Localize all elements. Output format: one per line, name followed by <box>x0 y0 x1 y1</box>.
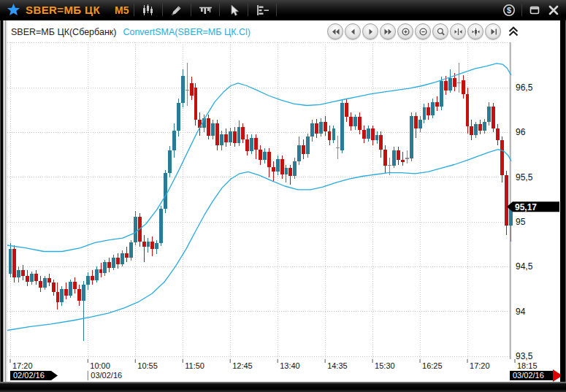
collapse-panel-button[interactable] <box>508 26 519 37</box>
candle <box>470 126 473 135</box>
candle <box>164 173 167 209</box>
nav-zoom-window-button[interactable] <box>432 23 448 39</box>
pencil-icon[interactable] <box>168 3 186 18</box>
candle <box>288 168 292 176</box>
candle <box>259 150 262 161</box>
nav-scroll-fast-right-button[interactable] <box>380 23 396 39</box>
compress-scale-icon <box>454 28 462 36</box>
candle <box>332 128 336 140</box>
x-axis-labels: 17:2010:0010:5511:5012:4513:4014:3515:30… <box>10 359 538 370</box>
date-tag-right-label: 03/02/16 <box>513 371 544 380</box>
nav-zoom-in-button[interactable] <box>397 23 413 39</box>
y-axis-label: 94 <box>516 307 526 317</box>
candle <box>324 122 327 131</box>
candle <box>440 81 443 106</box>
candle <box>229 131 232 142</box>
nav-scroll-left-button[interactable] <box>345 23 361 39</box>
candle <box>215 123 219 145</box>
candle <box>103 262 107 273</box>
nav-compress-candles-button[interactable] <box>467 23 483 39</box>
candle <box>254 138 258 150</box>
last-price-tag: 95,17 <box>507 201 559 212</box>
candle <box>125 253 129 258</box>
candle <box>371 128 375 140</box>
candle <box>453 78 456 87</box>
y-axis-label: 94,5 <box>516 261 533 272</box>
levels-icon[interactable] <box>253 3 271 18</box>
toolbar-separator <box>248 4 248 16</box>
candle <box>43 278 47 287</box>
date-tag-left-label: 02/02/16 <box>13 371 45 380</box>
candle <box>272 167 275 172</box>
x-axis-label: 12:45 <box>232 361 253 370</box>
nav-scroll-right-button[interactable] <box>362 23 378 39</box>
candle <box>487 107 491 122</box>
price-tag-label: 95,17 <box>515 202 537 212</box>
candle <box>12 249 16 277</box>
x-axis-label: 13:40 <box>280 361 300 370</box>
scroll-fast-left-icon <box>332 28 340 36</box>
candle <box>207 118 210 137</box>
candle <box>56 292 60 303</box>
candle <box>181 76 185 103</box>
close-window-button[interactable] <box>544 3 563 18</box>
grid-layer <box>7 42 510 359</box>
candle <box>129 242 133 258</box>
candle <box>30 274 34 282</box>
candle <box>285 168 288 174</box>
indicator-icon[interactable] <box>196 3 214 18</box>
candle <box>340 103 344 150</box>
candle <box>64 289 68 296</box>
panel-splitter[interactable] <box>3 20 7 382</box>
candle <box>241 127 245 139</box>
candle <box>414 116 418 128</box>
candles-icon[interactable] <box>139 3 157 18</box>
candle <box>211 123 215 136</box>
candle <box>297 145 301 161</box>
candle <box>319 122 323 134</box>
title-bar[interactable]: SBER=МБ ЦК М5 $ <box>0 0 566 20</box>
nav-go-to-end-button[interactable] <box>485 23 501 39</box>
x-axis-label: 18:15 <box>517 361 538 370</box>
restore-window-button[interactable] <box>525 3 544 18</box>
candle <box>91 276 94 280</box>
candle <box>121 253 124 264</box>
nav-zoom-out-button[interactable] <box>415 23 431 39</box>
candle <box>401 160 405 161</box>
cursor-icon[interactable] <box>225 3 242 18</box>
candle <box>444 81 448 90</box>
zoom-in-icon <box>402 28 410 36</box>
candle <box>410 116 413 158</box>
y-axis-label: 96,5 <box>516 82 533 93</box>
candle <box>448 78 452 91</box>
candle <box>172 131 176 150</box>
candle <box>250 138 253 151</box>
x-axis-label: 17:20 <box>470 361 490 370</box>
candle <box>435 102 439 107</box>
candle <box>168 150 172 173</box>
candle <box>263 152 267 160</box>
price-chart[interactable]: 96,59695,59594,59493,517:2010:0010:5511:… <box>3 20 560 382</box>
y-axis-label: 96 <box>516 127 526 137</box>
money-management-button[interactable]: $ <box>500 3 519 18</box>
compress-candles-icon <box>472 28 480 36</box>
candle <box>345 103 348 118</box>
candle <box>293 161 297 177</box>
window-title: SBER=МБ ЦК <box>26 4 100 16</box>
go-to-end-icon <box>489 28 497 36</box>
candle <box>194 88 198 120</box>
candle <box>505 175 508 226</box>
candle <box>423 107 427 120</box>
nav-compress-scale-button[interactable] <box>450 23 466 39</box>
candle <box>379 135 383 150</box>
timeframe-label: М5 <box>115 4 129 16</box>
candles-layer <box>9 63 513 342</box>
candle <box>431 102 435 115</box>
x-axis-label: 16:25 <box>422 361 443 370</box>
candle <box>52 283 56 291</box>
candle <box>466 94 470 126</box>
candle <box>69 282 72 295</box>
candle <box>95 269 99 280</box>
nav-scroll-fast-left-button[interactable] <box>327 23 343 39</box>
candle <box>77 289 81 301</box>
